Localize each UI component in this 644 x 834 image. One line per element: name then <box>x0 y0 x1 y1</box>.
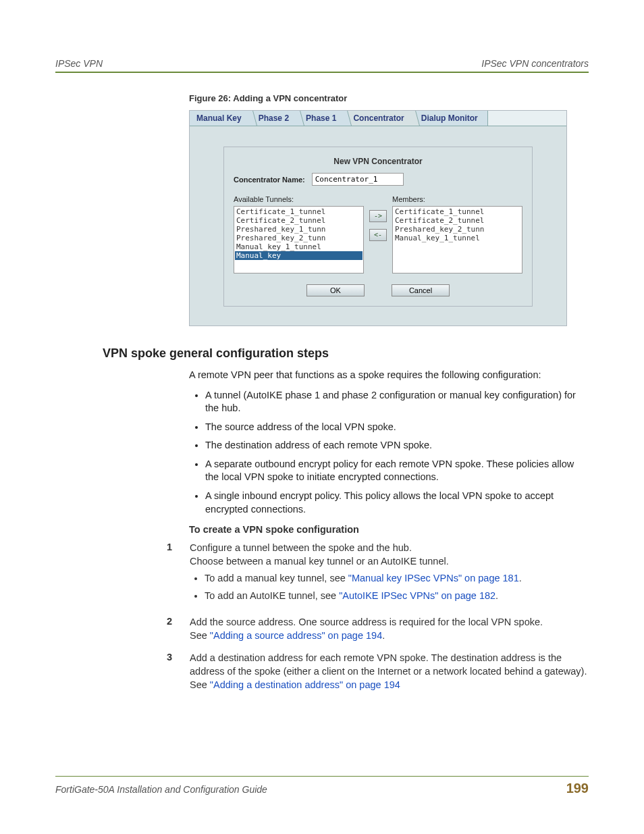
step-line: Add the source address. One source addre… <box>190 617 543 627</box>
members-list[interactable]: Certificate_1_tunnel Certificate_2_tunne… <box>392 206 522 273</box>
list-item[interactable]: Preshared_key_2_tunn <box>394 225 521 234</box>
intro-paragraph: A remote VPN peer that functions as a sp… <box>189 369 589 382</box>
sub-bullet: To add a manual key tunnel, see "Manual … <box>205 572 589 585</box>
section-heading: VPN spoke general configuration steps <box>103 346 589 361</box>
form-title: New VPN Concentrator <box>234 157 522 166</box>
list-item[interactable]: Certificate_1_tunnel <box>394 207 521 216</box>
tab-concentrator[interactable]: Concentrator <box>346 111 414 126</box>
list-item[interactable]: Certificate_2_tunnel <box>235 216 363 225</box>
tab-phase-2[interactable]: Phase 2 <box>252 111 299 126</box>
footer-title: FortiGate-50A Installation and Configura… <box>55 784 267 795</box>
add-member-button[interactable]: -> <box>369 210 387 222</box>
cross-reference-link[interactable]: "Adding a source address" on page 194 <box>210 630 382 641</box>
concentrator-name-input[interactable] <box>312 173 404 186</box>
available-tunnels-list[interactable]: Certificate_1_tunnel Certificate_2_tunne… <box>234 206 364 273</box>
step-line: Configure a tunnel between the spoke and… <box>190 542 412 553</box>
list-item[interactable]: Manual_key_1_tunnel <box>394 234 521 242</box>
header-rule <box>55 72 589 73</box>
step-number: 2 <box>167 616 190 642</box>
concentrator-name-label: Concentrator Name: <box>234 176 305 184</box>
step-text: Add a destination address for each remot… <box>190 652 589 692</box>
step-line: Add a destination address for each remot… <box>190 652 587 677</box>
bullet-item: A tunnel (AutoIKE phase 1 and phase 2 co… <box>205 389 589 415</box>
sub-bullet: To add an AutoIKE tunnel, see "AutoIKE I… <box>205 590 589 603</box>
requirements-list: A tunnel (AutoIKE phase 1 and phase 2 co… <box>189 389 589 517</box>
page-header: IPSec VPN IPSec VPN concentrators <box>55 58 589 69</box>
header-left: IPSec VPN <box>55 58 103 69</box>
list-item[interactable]: Certificate_2_tunnel <box>394 216 521 225</box>
tab-phase-1[interactable]: Phase 1 <box>299 111 346 126</box>
procedure-heading: To create a VPN spoke configuration <box>189 524 589 535</box>
ok-button[interactable]: OK <box>306 284 365 296</box>
bullet-item: A separate outbound encrypt policy for e… <box>205 458 589 484</box>
figure-caption: Figure 26: Adding a VPN concentrator <box>189 93 589 103</box>
list-item-selected[interactable]: Manual_key <box>235 251 363 260</box>
step-number: 1 <box>167 542 190 606</box>
cancel-button[interactable]: Cancel <box>392 284 450 296</box>
cross-reference-link[interactable]: "Adding a destination address" on page 1… <box>210 679 400 690</box>
footer-rule <box>55 776 589 777</box>
numbered-steps: 1 Configure a tunnel between the spoke a… <box>167 542 589 692</box>
step-number: 3 <box>167 652 190 692</box>
step-line: Choose between a manual key tunnel or an… <box>190 556 449 567</box>
list-item[interactable]: Manual_key_1_tunnel <box>235 242 363 251</box>
tab-bar: Manual Key Phase 2 Phase 1 Concentrator … <box>190 111 566 126</box>
step-text: Add the source address. One source addre… <box>190 616 589 642</box>
bullet-item: A single inbound encrypt policy. This po… <box>205 490 589 516</box>
cross-reference-link[interactable]: "Manual key IPSec VPNs" on page 181 <box>348 573 519 583</box>
remove-member-button[interactable]: <- <box>369 229 387 241</box>
bullet-item: The destination address of each remote V… <box>205 439 589 452</box>
vpn-concentrator-screenshot: Manual Key Phase 2 Phase 1 Concentrator … <box>189 110 567 326</box>
list-item[interactable]: Certificate_1_tunnel <box>235 207 363 216</box>
step-text: Configure a tunnel between the spoke and… <box>190 542 589 606</box>
concentrator-form: New VPN Concentrator Concentrator Name: … <box>223 147 533 307</box>
members-label: Members: <box>392 195 522 203</box>
available-tunnels-label: Available Tunnels: <box>234 195 364 203</box>
bullet-item: The source address of the local VPN spok… <box>205 421 589 434</box>
page-number: 199 <box>566 781 589 796</box>
tab-dialup-monitor[interactable]: Dialup Monitor <box>414 111 488 126</box>
list-item[interactable]: Preshared_key_2_tunn <box>235 234 363 242</box>
tab-manual-key[interactable]: Manual Key <box>190 111 252 126</box>
header-right: IPSec VPN concentrators <box>481 58 589 69</box>
list-item[interactable]: Preshared_key_1_tunn <box>235 225 363 234</box>
page-footer: FortiGate-50A Installation and Configura… <box>55 776 589 796</box>
cross-reference-link[interactable]: "AutoIKE IPSec VPNs" on page 182 <box>339 590 495 601</box>
